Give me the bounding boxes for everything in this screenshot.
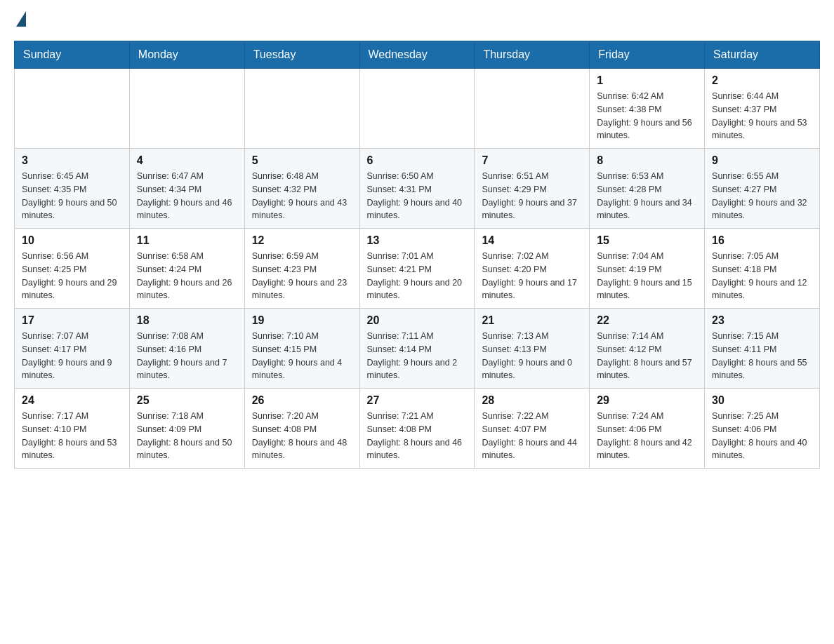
day-header-tuesday: Tuesday <box>244 41 359 69</box>
calendar-cell <box>359 69 475 149</box>
day-number: 16 <box>712 234 812 247</box>
calendar-cell: 30Sunrise: 7:25 AM Sunset: 4:06 PM Dayli… <box>705 389 820 469</box>
calendar-week-row: 17Sunrise: 7:07 AM Sunset: 4:17 PM Dayli… <box>15 309 820 389</box>
day-number: 7 <box>482 154 582 167</box>
day-number: 10 <box>22 234 122 247</box>
day-header-friday: Friday <box>590 41 705 69</box>
day-number: 9 <box>712 154 812 167</box>
calendar-cell <box>15 69 130 149</box>
day-number: 5 <box>252 154 352 167</box>
day-number: 15 <box>597 234 697 247</box>
day-number: 12 <box>252 234 352 247</box>
calendar-cell: 24Sunrise: 7:17 AM Sunset: 4:10 PM Dayli… <box>15 389 130 469</box>
calendar-cell: 23Sunrise: 7:15 AM Sunset: 4:11 PM Dayli… <box>705 309 820 389</box>
calendar-table: SundayMondayTuesdayWednesdayThursdayFrid… <box>14 41 820 469</box>
calendar-cell: 12Sunrise: 6:59 AM Sunset: 4:23 PM Dayli… <box>244 229 359 309</box>
calendar-cell: 4Sunrise: 6:47 AM Sunset: 4:34 PM Daylig… <box>129 149 244 229</box>
day-number: 23 <box>712 314 812 327</box>
day-info: Sunrise: 7:15 AM Sunset: 4:11 PM Dayligh… <box>712 330 812 382</box>
calendar-week-row: 24Sunrise: 7:17 AM Sunset: 4:10 PM Dayli… <box>15 389 820 469</box>
day-header-wednesday: Wednesday <box>359 41 475 69</box>
logo <box>14 14 26 27</box>
calendar-cell: 16Sunrise: 7:05 AM Sunset: 4:18 PM Dayli… <box>705 229 820 309</box>
day-info: Sunrise: 7:01 AM Sunset: 4:21 PM Dayligh… <box>367 250 468 302</box>
day-number: 17 <box>22 314 122 327</box>
day-number: 1 <box>597 74 697 87</box>
day-number: 30 <box>712 394 812 407</box>
day-info: Sunrise: 6:45 AM Sunset: 4:35 PM Dayligh… <box>22 170 122 222</box>
calendar-cell <box>475 69 590 149</box>
day-info: Sunrise: 6:44 AM Sunset: 4:37 PM Dayligh… <box>712 90 812 142</box>
day-header-thursday: Thursday <box>475 41 590 69</box>
calendar-week-row: 3Sunrise: 6:45 AM Sunset: 4:35 PM Daylig… <box>15 149 820 229</box>
day-number: 26 <box>252 394 352 407</box>
day-info: Sunrise: 6:56 AM Sunset: 4:25 PM Dayligh… <box>22 250 122 302</box>
calendar-cell: 27Sunrise: 7:21 AM Sunset: 4:08 PM Dayli… <box>359 389 475 469</box>
day-number: 18 <box>137 314 237 327</box>
day-info: Sunrise: 6:51 AM Sunset: 4:29 PM Dayligh… <box>482 170 582 222</box>
day-info: Sunrise: 6:48 AM Sunset: 4:32 PM Dayligh… <box>252 170 352 222</box>
day-info: Sunrise: 7:11 AM Sunset: 4:14 PM Dayligh… <box>367 330 468 382</box>
day-number: 28 <box>482 394 582 407</box>
calendar-cell: 10Sunrise: 6:56 AM Sunset: 4:25 PM Dayli… <box>15 229 130 309</box>
day-number: 22 <box>597 314 697 327</box>
calendar-cell: 1Sunrise: 6:42 AM Sunset: 4:38 PM Daylig… <box>590 69 705 149</box>
calendar-cell: 14Sunrise: 7:02 AM Sunset: 4:20 PM Dayli… <box>475 229 590 309</box>
day-number: 29 <box>597 394 697 407</box>
day-number: 2 <box>712 74 812 87</box>
calendar-cell: 25Sunrise: 7:18 AM Sunset: 4:09 PM Dayli… <box>129 389 244 469</box>
day-info: Sunrise: 7:08 AM Sunset: 4:16 PM Dayligh… <box>137 330 237 382</box>
day-info: Sunrise: 7:02 AM Sunset: 4:20 PM Dayligh… <box>482 250 582 302</box>
day-number: 3 <box>22 154 122 167</box>
calendar-cell: 15Sunrise: 7:04 AM Sunset: 4:19 PM Dayli… <box>590 229 705 309</box>
day-info: Sunrise: 7:04 AM Sunset: 4:19 PM Dayligh… <box>597 250 697 302</box>
day-info: Sunrise: 6:47 AM Sunset: 4:34 PM Dayligh… <box>137 170 237 222</box>
day-number: 6 <box>367 154 468 167</box>
day-number: 8 <box>597 154 697 167</box>
day-number: 20 <box>367 314 468 327</box>
calendar-cell: 5Sunrise: 6:48 AM Sunset: 4:32 PM Daylig… <box>244 149 359 229</box>
calendar-cell <box>244 69 359 149</box>
day-info: Sunrise: 7:07 AM Sunset: 4:17 PM Dayligh… <box>22 330 122 382</box>
day-number: 13 <box>367 234 468 247</box>
calendar-cell: 6Sunrise: 6:50 AM Sunset: 4:31 PM Daylig… <box>359 149 475 229</box>
calendar-cell: 18Sunrise: 7:08 AM Sunset: 4:16 PM Dayli… <box>129 309 244 389</box>
calendar-cell: 21Sunrise: 7:13 AM Sunset: 4:13 PM Dayli… <box>475 309 590 389</box>
day-number: 4 <box>137 154 237 167</box>
calendar-cell: 3Sunrise: 6:45 AM Sunset: 4:35 PM Daylig… <box>15 149 130 229</box>
calendar-cell: 20Sunrise: 7:11 AM Sunset: 4:14 PM Dayli… <box>359 309 475 389</box>
calendar-cell: 9Sunrise: 6:55 AM Sunset: 4:27 PM Daylig… <box>705 149 820 229</box>
day-info: Sunrise: 7:17 AM Sunset: 4:10 PM Dayligh… <box>22 410 122 462</box>
calendar-cell: 22Sunrise: 7:14 AM Sunset: 4:12 PM Dayli… <box>590 309 705 389</box>
calendar-cell: 28Sunrise: 7:22 AM Sunset: 4:07 PM Dayli… <box>475 389 590 469</box>
day-info: Sunrise: 7:14 AM Sunset: 4:12 PM Dayligh… <box>597 330 697 382</box>
day-info: Sunrise: 7:22 AM Sunset: 4:07 PM Dayligh… <box>482 410 582 462</box>
day-number: 25 <box>137 394 237 407</box>
day-header-saturday: Saturday <box>705 41 820 69</box>
calendar-cell: 2Sunrise: 6:44 AM Sunset: 4:37 PM Daylig… <box>705 69 820 149</box>
day-info: Sunrise: 7:20 AM Sunset: 4:08 PM Dayligh… <box>252 410 352 462</box>
calendar-week-row: 1Sunrise: 6:42 AM Sunset: 4:38 PM Daylig… <box>15 69 820 149</box>
calendar-cell: 7Sunrise: 6:51 AM Sunset: 4:29 PM Daylig… <box>475 149 590 229</box>
day-info: Sunrise: 7:24 AM Sunset: 4:06 PM Dayligh… <box>597 410 697 462</box>
day-number: 11 <box>137 234 237 247</box>
day-info: Sunrise: 6:59 AM Sunset: 4:23 PM Dayligh… <box>252 250 352 302</box>
day-info: Sunrise: 6:58 AM Sunset: 4:24 PM Dayligh… <box>137 250 237 302</box>
day-number: 21 <box>482 314 582 327</box>
day-info: Sunrise: 6:53 AM Sunset: 4:28 PM Dayligh… <box>597 170 697 222</box>
day-info: Sunrise: 7:18 AM Sunset: 4:09 PM Dayligh… <box>137 410 237 462</box>
logo-triangle-icon <box>16 11 26 27</box>
calendar-cell: 17Sunrise: 7:07 AM Sunset: 4:17 PM Dayli… <box>15 309 130 389</box>
calendar-cell <box>129 69 244 149</box>
day-info: Sunrise: 7:25 AM Sunset: 4:06 PM Dayligh… <box>712 410 812 462</box>
day-info: Sunrise: 6:55 AM Sunset: 4:27 PM Dayligh… <box>712 170 812 222</box>
day-number: 27 <box>367 394 468 407</box>
day-number: 19 <box>252 314 352 327</box>
day-info: Sunrise: 6:50 AM Sunset: 4:31 PM Dayligh… <box>367 170 468 222</box>
day-header-sunday: Sunday <box>15 41 130 69</box>
calendar-cell: 26Sunrise: 7:20 AM Sunset: 4:08 PM Dayli… <box>244 389 359 469</box>
calendar-cell: 19Sunrise: 7:10 AM Sunset: 4:15 PM Dayli… <box>244 309 359 389</box>
page-header <box>14 14 820 27</box>
calendar-header-row: SundayMondayTuesdayWednesdayThursdayFrid… <box>15 41 820 69</box>
day-number: 14 <box>482 234 582 247</box>
